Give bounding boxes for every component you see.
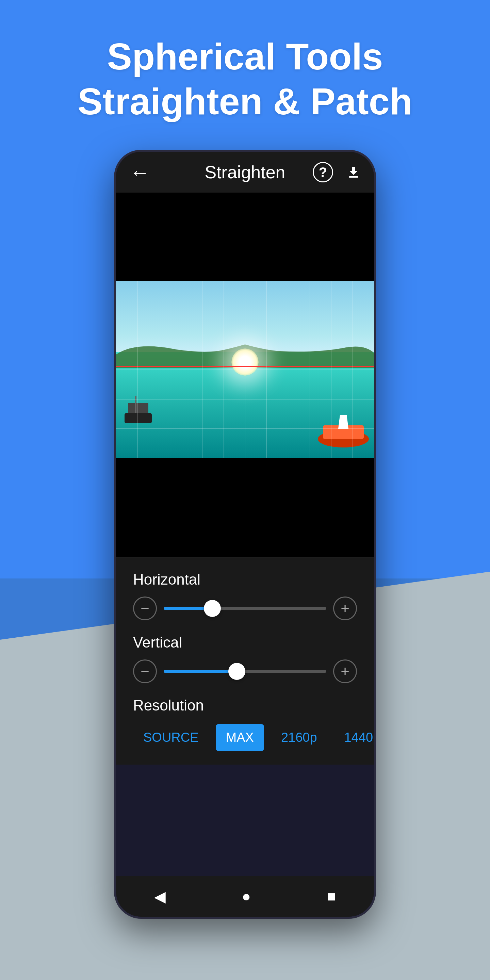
resolution-row: SOURCE MAX 2160p 1440p 1080p 720p	[133, 724, 357, 751]
nav-recent-button[interactable]: ■	[327, 888, 336, 905]
resolution-source-button[interactable]: SOURCE	[133, 724, 209, 751]
horizontal-decrease-button[interactable]: −	[133, 597, 157, 620]
resolution-2160p-button[interactable]: 2160p	[271, 724, 327, 751]
horizontal-label: Horizontal	[133, 571, 357, 588]
header-line1: Spherical Tools	[0, 34, 490, 79]
resolution-label: Resolution	[133, 697, 357, 714]
image-preview[interactable]	[116, 281, 374, 458]
viewport-black-top	[116, 192, 374, 281]
horizontal-slider[interactable]	[164, 607, 326, 610]
download-button[interactable]	[343, 162, 364, 182]
vertical-increase-button[interactable]: +	[333, 659, 357, 683]
app-bar-actions: ?	[313, 162, 364, 182]
help-button[interactable]: ?	[313, 162, 333, 182]
controls-panel: Horizontal − + Vertical − + Resolution S…	[116, 557, 374, 765]
resolution-max-button[interactable]: MAX	[216, 724, 264, 751]
vertical-label: Vertical	[133, 634, 357, 651]
vertical-decrease-button[interactable]: −	[133, 659, 157, 683]
vertical-slider-fill	[164, 670, 237, 673]
vertical-slider[interactable]	[164, 670, 326, 673]
back-button[interactable]: ←	[126, 157, 153, 188]
app-bar: ← Straighten ?	[116, 152, 374, 192]
vertical-slider-row: − +	[133, 659, 357, 683]
horizontal-slider-row: − +	[133, 597, 357, 620]
nav-back-button[interactable]: ◀	[154, 888, 166, 905]
app-title: Straighten	[205, 162, 285, 182]
nav-home-button[interactable]: ●	[242, 888, 251, 905]
grid-overlay	[116, 281, 374, 458]
horizontal-slider-thumb[interactable]	[204, 600, 221, 617]
header-title: Spherical Tools Straighten & Patch	[0, 34, 490, 124]
resolution-1440p-button[interactable]: 1440p	[334, 724, 376, 751]
viewport-black-bottom	[116, 458, 374, 557]
horizontal-increase-button[interactable]: +	[333, 597, 357, 620]
bottom-navigation: ◀ ● ■	[116, 876, 374, 917]
phone-frame: ← Straighten ?	[114, 150, 376, 919]
svg-rect-0	[349, 176, 358, 178]
header-line2: Straighten & Patch	[0, 79, 490, 124]
vertical-slider-thumb[interactable]	[228, 663, 245, 680]
